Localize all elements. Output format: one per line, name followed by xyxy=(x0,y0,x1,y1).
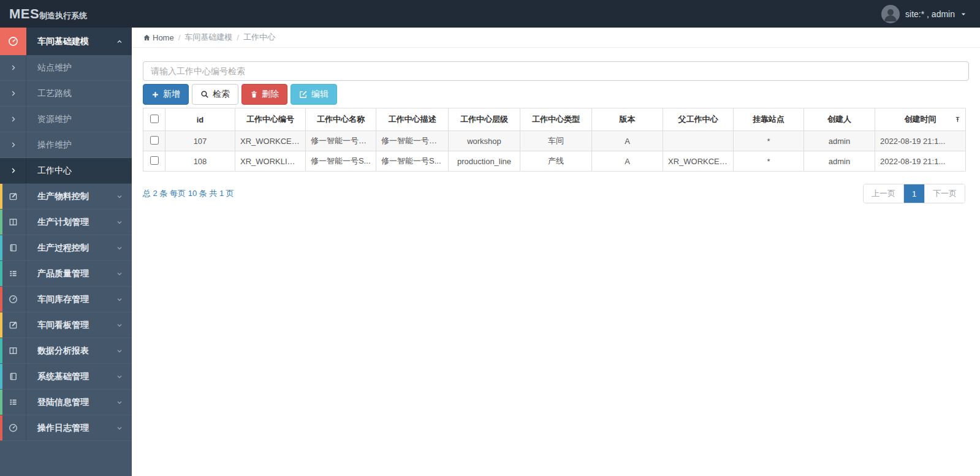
column-header-creator[interactable]: 创建人 xyxy=(804,108,875,131)
column-header-type[interactable]: 工作中心类型 xyxy=(520,108,592,131)
column-header-parent[interactable]: 父工作中心 xyxy=(663,108,734,131)
color-strip xyxy=(0,312,2,338)
sidebar-item-label: 站点维护 xyxy=(26,62,132,74)
row-checkbox[interactable] xyxy=(150,136,159,145)
color-strip xyxy=(0,338,2,363)
breadcrumb-home-link[interactable]: Home xyxy=(143,33,174,42)
sidebar-group-label: 生产过程控制 xyxy=(26,243,116,254)
column-header-version[interactable]: 版本 xyxy=(592,108,663,131)
sidebar-group-label: 生产物料控制 xyxy=(26,191,116,202)
sidebar-item-label: 资源维护 xyxy=(26,114,132,125)
edit-icon xyxy=(0,312,26,338)
sidebar-group-board-management[interactable]: 车间看板管理 xyxy=(0,312,132,338)
sidebar-group-quality-management[interactable]: 产品质量管理 xyxy=(0,261,132,287)
sidebar-group-label: 车间看板管理 xyxy=(26,320,116,331)
chevron-down-icon xyxy=(116,244,123,252)
breadcrumb-separator: / xyxy=(237,33,239,42)
prev-page-button[interactable]: 上一页 xyxy=(864,184,903,203)
chevron-right-icon xyxy=(0,55,26,80)
sidebar-group-process-control[interactable]: 生产过程控制 xyxy=(0,235,132,261)
add-button[interactable]: 新增 xyxy=(143,84,189,105)
column-header-code[interactable]: 工作中心编号 xyxy=(235,108,306,131)
column-header-desc[interactable]: 工作中心描述 xyxy=(376,108,449,131)
main-content: Home / 车间基础建模 / 工作中心 新增 检索 xyxy=(132,28,980,476)
edit-button[interactable]: 编辑 xyxy=(291,84,337,105)
column-header-created[interactable]: 创建时间 xyxy=(875,108,966,131)
column-header-id[interactable]: id xyxy=(165,108,235,131)
user-silhouette-icon xyxy=(881,5,900,23)
pager: 上一页 1 下一页 xyxy=(863,184,965,203)
app-logo-bold: MES xyxy=(9,6,39,22)
cell-level: workshop xyxy=(449,131,520,151)
sidebar-group-label: 生产计划管理 xyxy=(26,217,116,228)
sidebar-group-inventory-management[interactable]: 车间库存管理 xyxy=(0,287,132,312)
delete-button-label: 删除 xyxy=(262,89,279,100)
edit-icon xyxy=(0,184,26,209)
sidebar-item-process-route[interactable]: 工艺路线 xyxy=(0,81,132,107)
app-logo-subtitle: 制造执行系统 xyxy=(39,10,87,21)
color-strip xyxy=(0,287,2,312)
column-header-name[interactable]: 工作中心名称 xyxy=(306,108,376,131)
breadcrumb-current: 工作中心 xyxy=(243,32,275,43)
column-header-level[interactable]: 工作中心层级 xyxy=(449,108,520,131)
chevron-down-icon xyxy=(116,425,123,432)
caret-down-icon xyxy=(960,11,967,17)
sidebar-item-label: 工艺路线 xyxy=(26,88,132,99)
table-header-row: id 工作中心编号 工作中心名称 工作中心描述 工作中心层级 工作中心类型 版本… xyxy=(143,108,966,131)
chevron-down-icon xyxy=(116,322,123,329)
pin-icon[interactable] xyxy=(954,116,961,123)
sidebar-group-login-info-management[interactable]: 登陆信息管理 xyxy=(0,390,132,415)
sidebar-group-operation-log-management[interactable]: 操作日志管理 xyxy=(0,415,132,441)
sidebar-group-plan-management[interactable]: 生产计划管理 xyxy=(0,210,132,235)
page-1-button[interactable]: 1 xyxy=(903,184,924,203)
chevron-down-icon xyxy=(116,296,123,303)
table-row[interactable]: 107 XR_WORKCEN... 修一智能一号车间 修一智能一号车间 work… xyxy=(143,131,966,151)
color-strip xyxy=(0,235,2,260)
row-checkbox[interactable] xyxy=(150,156,159,165)
chevron-right-icon xyxy=(0,107,26,132)
sidebar-item-site-maintenance[interactable]: 站点维护 xyxy=(0,55,132,81)
home-icon xyxy=(143,34,151,42)
edit-button-label: 编辑 xyxy=(311,89,329,100)
chevron-down-icon xyxy=(116,347,123,355)
sidebar-group-material-control[interactable]: 生产物料控制 xyxy=(0,184,132,210)
select-all-checkbox[interactable] xyxy=(150,115,159,123)
columns-icon xyxy=(0,210,26,235)
cell-name: 修一智能一号车间 xyxy=(306,131,376,151)
cell-station: * xyxy=(734,131,804,151)
sidebar-item-resource-maintenance[interactable]: 资源维护 xyxy=(0,107,132,132)
user-label: site:* , admin xyxy=(905,9,955,19)
cell-version: A xyxy=(592,151,663,172)
sidebar-group-label: 系统基础管理 xyxy=(26,371,116,382)
search-button[interactable]: 检索 xyxy=(192,84,238,105)
color-strip xyxy=(0,415,2,440)
sidebar-item-operation-maintenance[interactable]: 操作维护 xyxy=(0,132,132,158)
user-menu[interactable]: site:* , admin xyxy=(881,5,980,23)
chevron-down-icon xyxy=(116,270,123,278)
sidebar-group-system-management[interactable]: 系统基础管理 xyxy=(0,364,132,390)
pagination-bar: 总 2 条 每页 10 条 共 1 页 上一页 1 下一页 xyxy=(143,184,965,203)
column-header-station[interactable]: 挂靠站点 xyxy=(734,108,804,131)
row-select-cell xyxy=(143,151,165,172)
delete-button[interactable]: 删除 xyxy=(241,84,287,105)
row-select-cell xyxy=(143,131,165,151)
pagination-summary: 总 2 条 每页 10 条 共 1 页 xyxy=(143,188,234,199)
dashboard-icon xyxy=(0,287,26,312)
color-strip xyxy=(0,261,2,286)
breadcrumb-separator: / xyxy=(178,33,181,42)
next-page-button[interactable]: 下一页 xyxy=(924,184,965,203)
app-logo[interactable]: MES 制造执行系统 xyxy=(0,6,87,22)
sidebar-group-workshop-modeling[interactable]: 车间基础建模 xyxy=(0,28,132,55)
sidebar-group-label: 操作日志管理 xyxy=(26,423,116,434)
sidebar-group-label: 产品质量管理 xyxy=(26,268,116,279)
chevron-up-icon xyxy=(116,28,132,55)
sidebar-group-analytics-reports[interactable]: 数据分析报表 xyxy=(0,338,132,364)
sidebar-item-work-center[interactable]: 工作中心 xyxy=(0,158,132,184)
table-row[interactable]: 108 XR_WORKLINE... 修一智能一号S... 修一智能一号S...… xyxy=(143,151,966,172)
breadcrumb-section: 车间基础建模 xyxy=(184,32,232,43)
color-strip xyxy=(0,390,2,415)
list-icon xyxy=(0,261,26,286)
cell-desc: 修一智能一号车间 xyxy=(376,131,449,151)
search-input[interactable] xyxy=(143,61,969,81)
sidebar-group-label: 登陆信息管理 xyxy=(26,397,116,408)
